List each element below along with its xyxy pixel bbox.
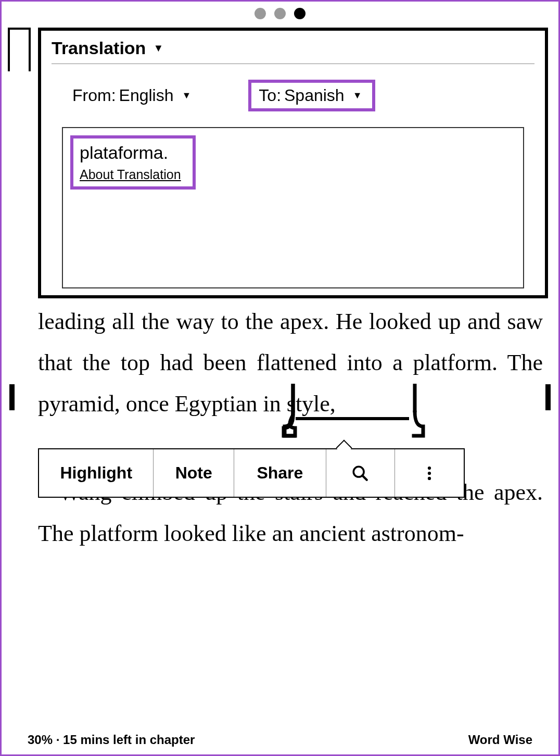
chevron-down-icon: ▼ xyxy=(153,42,163,54)
svg-line-3 xyxy=(363,475,367,480)
selected-word-underline xyxy=(296,417,409,420)
search-icon xyxy=(351,464,369,482)
more-options-button[interactable] xyxy=(395,449,464,497)
translated-text: plataforma. xyxy=(80,143,181,163)
translation-header-dropdown[interactable]: Translation ▼ xyxy=(52,38,534,64)
translation-panel: Translation ▼ From: English ▼ To: Spanis… xyxy=(38,28,548,298)
page-dot-2[interactable] xyxy=(274,8,286,19)
from-label: From: xyxy=(72,86,116,105)
book-content[interactable]: leading all the way to the apex. He look… xyxy=(38,301,543,554)
translation-result-highlight: plataforma. About Translation xyxy=(70,135,196,190)
footer-bar: 30% · 15 mins left in chapter Word Wise xyxy=(28,733,532,747)
to-label: To: xyxy=(259,86,281,105)
language-selector-row: From: English ▼ To: Spanish ▼ xyxy=(52,64,534,122)
search-button[interactable] xyxy=(326,449,396,497)
book-paragraph-1[interactable]: leading all the way to the apex. He look… xyxy=(38,301,543,425)
selection-toolbar: Highlight Note Share xyxy=(38,448,465,498)
to-language-selector[interactable]: To: Spanish ▼ xyxy=(248,80,375,111)
more-vertical-icon xyxy=(421,464,438,482)
note-button[interactable]: Note xyxy=(154,449,234,497)
selection-bracket-right-icon xyxy=(545,384,551,410)
highlight-button[interactable]: Highlight xyxy=(39,449,154,497)
svg-point-4 xyxy=(428,466,431,469)
page-dot-1[interactable] xyxy=(254,8,266,19)
chevron-down-icon: ▼ xyxy=(182,90,192,101)
highlight-label: Highlight xyxy=(60,463,132,483)
reading-progress[interactable]: 30% · 15 mins left in chapter xyxy=(28,733,195,747)
selection-bracket-left-icon xyxy=(9,384,15,410)
from-language: English xyxy=(119,86,174,105)
share-label: Share xyxy=(257,463,303,483)
svg-point-5 xyxy=(428,471,431,474)
about-translation-link[interactable]: About Translation xyxy=(80,167,181,182)
note-label: Note xyxy=(175,463,212,483)
svg-point-6 xyxy=(428,476,431,480)
pagination-dots[interactable] xyxy=(254,8,306,19)
to-language: Spanish xyxy=(284,86,345,105)
side-panel-tab[interactable] xyxy=(8,28,31,71)
translation-title: Translation xyxy=(52,38,146,58)
chevron-down-icon: ▼ xyxy=(353,90,362,101)
wordwise-toggle[interactable]: Word Wise xyxy=(468,733,532,747)
from-language-selector[interactable]: From: English ▼ xyxy=(72,86,191,105)
translation-result-box: plataforma. About Translation xyxy=(62,127,524,288)
share-button[interactable]: Share xyxy=(234,449,326,497)
page-dot-3[interactable] xyxy=(294,8,306,19)
